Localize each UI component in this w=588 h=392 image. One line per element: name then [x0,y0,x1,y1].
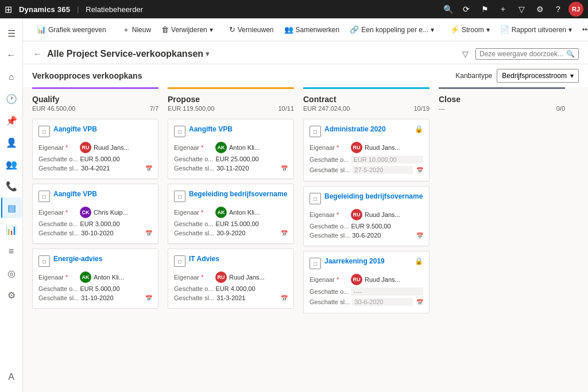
card-title[interactable]: Aangifte VPB [189,125,288,134]
column-amount-qualify: EUR 46.500,00 [32,105,75,112]
select-chevron-icon: ▾ [570,72,574,80]
sidebar-settings2[interactable]: ⚙ [1,285,22,305]
card-owner-name: Ruud Jans... [365,276,423,283]
card-type-icon: □ [310,126,321,137]
verwijderen-button[interactable]: 🗑 Verwijderen ▾ [157,23,218,36]
nav-grid-icon[interactable]: ⊞ [5,4,12,15]
sidebar-reports[interactable]: 📊 [1,219,22,240]
search-icon[interactable]: 🔍 [440,1,456,17]
card-est-value: EUR 5.000,00 [80,156,152,162]
card-avatar: RU [351,274,362,285]
calendar-icon[interactable]: 📅 [281,165,288,172]
card-owner-name: Ruud Jans... [365,211,423,218]
sidebar-bottom-icon[interactable]: A [1,367,22,387]
koppeling-button[interactable]: 🔗 Een koppeling per e... ▾ [345,23,439,36]
card-owner-label: Eigenaar [310,144,349,151]
card-close-label: Geschatte sl... [174,230,214,236]
kanban-card[interactable]: □Aangifte VPBEigenaarRURuud Jans...Gesch… [32,119,158,179]
column-title-contract: Contract [303,95,430,104]
calendar-icon[interactable]: 📅 [416,167,423,173]
card-est-label: Geschatte o... [174,220,213,227]
chart-icon: 📊 [37,25,46,34]
card-title[interactable]: Begeleiding bedrijfsovername [189,190,288,199]
card-owner-label: Eigenaar [38,144,78,151]
card-title[interactable]: Energie-advies [53,255,152,264]
card-avatar: RU [80,142,91,153]
flag-icon[interactable]: ⚑ [477,1,493,17]
sidebar-goals[interactable]: ◎ [1,263,22,284]
kanban-card[interactable]: □Jaarrekening 2019🔒EigenaarRURuud Jans..… [303,251,430,313]
sidebar-pin[interactable]: 📌 [1,110,22,131]
card-close-label: Geschatte sl... [38,165,79,172]
refresh-icon[interactable]: ⟳ [458,1,474,17]
calendar-icon[interactable]: 📅 [281,295,288,301]
more-button[interactable]: ••• [578,24,588,36]
card-close-value: 30-9-2020 [216,230,277,236]
sidebar-recent[interactable]: 🕐 [1,88,22,109]
help-icon[interactable]: ? [550,1,566,17]
card-est-value: EUR 3.000,00 [80,220,152,227]
sidebar-list[interactable]: ≡ [1,241,22,262]
card-type-icon: □ [310,193,321,204]
card-avatar: RU [215,271,227,283]
card-est-value: EUR 5.000,00 [80,285,152,292]
calendar-icon[interactable]: 📅 [145,295,152,301]
kanban-card[interactable]: □Energie-adviesEigenaarAKAnton Kli...Ges… [32,249,158,309]
kanban-card[interactable]: □Aangifte VPBEigenaarAKAnton Kli...Gesch… [168,119,294,179]
sidebar-people[interactable]: 👥 [1,154,22,174]
calendar-icon[interactable]: 📅 [145,165,152,172]
settings-icon[interactable]: ⚙ [532,1,548,17]
search-input[interactable] [479,50,564,58]
user-avatar[interactable]: RJ [568,2,583,17]
calendar-icon[interactable]: 📅 [281,230,288,236]
kanban-card[interactable]: □Begeleiding bedrijfsovernameEigenaarRUR… [303,186,430,246]
card-close-value: 31-10-2020 [81,294,142,301]
kanban-card[interactable]: □Administratie 2020🔒EigenaarRURuud Jans.… [303,119,430,181]
grafiek-button[interactable]: 📊 Grafiek weergeven [32,23,111,36]
column-header-close: Close---0/0 [439,87,565,117]
card-avatar: CK [80,207,91,218]
sidebar-hamburger[interactable]: ☰ [1,23,22,44]
card-close-label: Geschatte sl... [174,294,214,301]
card-title[interactable]: Aangifte VPB [53,125,152,134]
back-button[interactable]: ← [32,48,42,60]
sidebar-back[interactable]: ← [1,45,22,65]
sidebar-phone[interactable]: 📞 [1,176,22,196]
card-est-label: Geschatte o... [174,285,213,292]
rapport-button[interactable]: 📄 Rapport uitvoeren ▾ [496,23,577,36]
kanban-card[interactable]: □Aangifte VPBEigenaarCKChris Kuip...Gesc… [32,184,158,244]
sidebar-home[interactable]: ⌂ [1,67,22,87]
card-title[interactable]: Administratie 2020 [324,125,411,134]
kanban-card[interactable]: □Begeleiding bedrijfsovernameEigenaarAKA… [168,184,294,244]
card-avatar: AK [80,271,91,283]
calendar-icon[interactable]: 📅 [416,299,423,305]
card-close-label: Geschatte sl... [310,232,350,239]
title-chevron[interactable]: ▾ [206,50,209,58]
header-filter-icon[interactable]: ▽ [460,47,471,61]
kanban-card[interactable]: □IT AdviesEigenaarRURuud Jans...Geschatt… [168,249,294,309]
card-est-label: Geschatte o... [310,156,349,163]
add-icon[interactable]: ＋ [495,1,511,17]
samenwerken-button[interactable]: 👥 Samenwerken [280,23,345,36]
card-type-icon: □ [38,191,50,202]
nieuw-button[interactable]: ＋ Nieuw [118,22,156,37]
sidebar-contacts[interactable]: 👤 [1,132,22,153]
calendar-icon[interactable]: 📅 [145,230,152,236]
stroom-button[interactable]: ⚡ Stroom ▾ [446,23,494,36]
command-bar: 📊 Grafiek weergeven ＋ Nieuw 🗑 Verwijdere… [23,18,588,41]
vernieuwen-button[interactable]: ↻ Vernieuwen [225,23,278,36]
card-title[interactable]: Begeleiding bedrijfsovername [324,192,423,201]
card-title[interactable]: Jaarrekening 2019 [324,257,411,266]
card-owner-label: Eigenaar [174,144,213,151]
kanban-type-select[interactable]: Bedrijfsprocesstroom ▾ [497,69,579,83]
card-owner-label: Eigenaar [310,276,349,283]
card-title[interactable]: Aangifte VPB [53,190,152,199]
card-est-label: Geschatte o... [174,156,213,162]
column-count-qualify: 7/7 [150,105,158,112]
calendar-icon[interactable]: 📅 [416,232,423,239]
filter-icon[interactable]: ▽ [513,1,529,17]
card-title[interactable]: IT Advies [189,255,288,264]
card-est-label: Geschatte o... [38,285,78,292]
sidebar-opportunities[interactable]: ▤ [1,197,22,218]
card-owner-name: Chris Kuip... [94,209,152,216]
